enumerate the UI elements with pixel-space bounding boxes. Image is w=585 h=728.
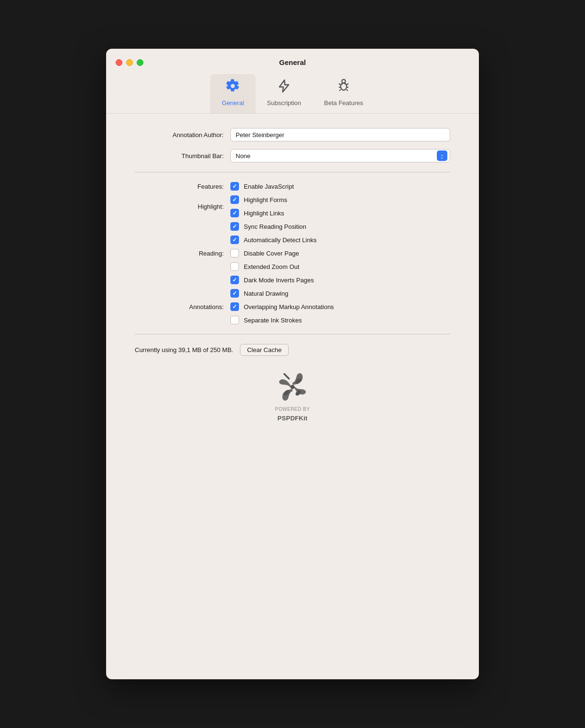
svg-point-1	[342, 83, 342, 84]
divider-1	[135, 172, 450, 172]
overlapping-markup-checkbox[interactable]	[230, 302, 239, 311]
highlight-checkboxes: Highlight Forms Highlight Links	[230, 195, 287, 217]
thumbnail-bar-label: Thumbnail Bar:	[135, 152, 230, 160]
svg-point-8	[291, 385, 295, 389]
highlight-forms-label: Highlight Forms	[244, 196, 287, 203]
highlight-links-label: Highlight Links	[244, 210, 284, 217]
tab-general-label: General	[222, 99, 244, 107]
svg-rect-7	[283, 373, 290, 380]
features-checkboxes: Enable JavaScript	[230, 182, 294, 191]
annotation-author-label: Annotation Author:	[135, 131, 230, 139]
separate-ink-checkbox[interactable]	[230, 316, 239, 324]
annotation-author-input[interactable]	[230, 128, 450, 141]
separate-ink-label: Separate Ink Strokes	[244, 317, 302, 324]
extended-zoom-out-item[interactable]: Extended Zoom Out	[230, 262, 316, 271]
sync-reading-checkbox[interactable]	[230, 222, 239, 231]
powered-by-label: POWERED BY	[275, 407, 310, 412]
enable-js-item[interactable]: Enable JavaScript	[230, 182, 294, 191]
close-button[interactable]	[116, 59, 122, 66]
dark-mode-inverts-checkbox[interactable]	[230, 276, 239, 284]
highlight-links-checkbox[interactable]	[230, 209, 239, 217]
maximize-button[interactable]	[137, 59, 143, 66]
disable-cover-page-checkbox[interactable]	[230, 249, 239, 257]
tab-beta-label: Beta Features	[324, 99, 363, 107]
annotation-author-row: Annotation Author:	[135, 128, 450, 141]
dark-mode-inverts-label: Dark Mode Inverts Pages	[244, 277, 314, 284]
clear-cache-button[interactable]: Clear Cache	[240, 344, 289, 356]
window-title: General	[279, 58, 306, 66]
svg-point-2	[345, 83, 345, 84]
sync-reading-item[interactable]: Sync Reading Position	[230, 222, 316, 231]
annotations-label: Annotations:	[135, 303, 230, 310]
traffic-lights	[116, 59, 143, 66]
auto-detect-links-item[interactable]: Automatically Detect Links	[230, 236, 316, 244]
cache-section: Currently using 39,1 MB of 250 MB. Clear…	[135, 344, 450, 356]
pspdfkit-name: PSPDFKit	[278, 415, 308, 422]
thumbnail-bar-select[interactable]: None Top Bottom Left Right	[230, 149, 450, 162]
auto-detect-links-checkbox[interactable]	[230, 236, 239, 244]
extended-zoom-out-checkbox[interactable]	[230, 262, 239, 271]
title-bar: General General Subscription	[106, 49, 479, 114]
features-label: Features:	[135, 183, 230, 190]
extended-zoom-out-label: Extended Zoom Out	[244, 263, 299, 270]
highlight-forms-checkbox[interactable]	[230, 195, 239, 204]
preferences-window: General General Subscription	[106, 49, 479, 679]
toolbar: General Subscription	[106, 74, 479, 114]
highlight-links-item[interactable]: Highlight Links	[230, 209, 287, 217]
enable-js-checkbox[interactable]	[230, 182, 239, 191]
overlapping-markup-item[interactable]: Overlapping Markup Annotations	[230, 302, 334, 311]
pspdfkit-logo-icon	[276, 370, 309, 404]
reading-section: Reading: Sync Reading Position Automatic…	[135, 222, 450, 284]
natural-drawing-checkbox[interactable]	[230, 289, 239, 298]
sync-reading-label: Sync Reading Position	[244, 223, 306, 230]
overlapping-markup-label: Overlapping Markup Annotations	[244, 303, 334, 310]
highlight-label: Highlight:	[135, 203, 230, 210]
annotations-checkboxes: Natural Drawing Overlapping Markup Annot…	[230, 289, 334, 324]
natural-drawing-item[interactable]: Natural Drawing	[230, 289, 334, 298]
tab-subscription-label: Subscription	[267, 99, 302, 107]
dark-mode-inverts-item[interactable]: Dark Mode Inverts Pages	[230, 276, 316, 284]
thumbnail-bar-select-wrapper: None Top Bottom Left Right	[230, 149, 450, 162]
annotations-section: Annotations: Natural Drawing Overlapping…	[135, 289, 450, 324]
highlight-forms-item[interactable]: Highlight Forms	[230, 195, 287, 204]
natural-drawing-label: Natural Drawing	[244, 290, 288, 297]
auto-detect-links-label: Automatically Detect Links	[244, 236, 316, 244]
minimize-button[interactable]	[126, 59, 133, 66]
tab-beta[interactable]: Beta Features	[313, 74, 375, 113]
reading-label: Reading:	[135, 250, 230, 257]
gear-icon	[226, 79, 240, 96]
tab-subscription[interactable]: Subscription	[256, 74, 313, 113]
cache-text: Currently using 39,1 MB of 250 MB.	[135, 346, 233, 353]
reading-checkboxes: Sync Reading Position Automatically Dete…	[230, 222, 316, 284]
branding-section: POWERED BY PSPDFKit	[135, 370, 450, 441]
divider-2	[135, 334, 450, 334]
content-area: Annotation Author: Thumbnail Bar: None T…	[106, 114, 479, 679]
features-section: Features: Enable JavaScript	[135, 182, 450, 191]
disable-cover-page-item[interactable]: Disable Cover Page	[230, 249, 316, 257]
tab-general[interactable]: General	[210, 74, 255, 113]
disable-cover-page-label: Disable Cover Page	[244, 250, 299, 257]
enable-js-label: Enable JavaScript	[244, 183, 294, 190]
thumbnail-bar-row: Thumbnail Bar: None Top Bottom Left Righ…	[135, 149, 450, 162]
highlight-section: Highlight: Highlight Forms Highlight Lin…	[135, 195, 450, 217]
lightning-icon	[277, 79, 291, 96]
separate-ink-item[interactable]: Separate Ink Strokes	[230, 316, 334, 324]
bug-icon	[336, 79, 351, 96]
